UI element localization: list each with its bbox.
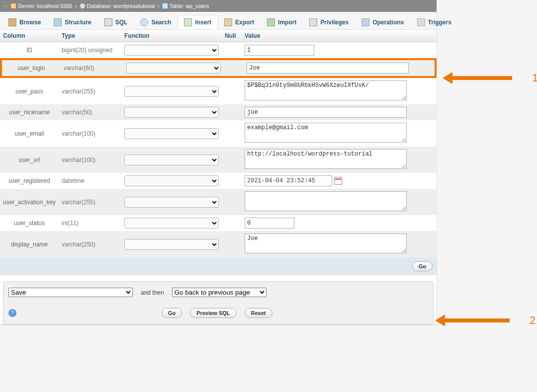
save-select[interactable]: Save: [8, 288, 133, 297]
hdr-function: Function: [121, 30, 222, 42]
back-arrow[interactable]: ←: [3, 3, 8, 9]
tab-privileges[interactable]: Privileges: [303, 15, 355, 29]
tab-sql[interactable]: SQL: [98, 15, 134, 29]
bottom-go-button[interactable]: Go: [162, 308, 182, 318]
column-name: user_registered: [0, 175, 59, 187]
tab-browse[interactable]: Browse: [2, 15, 47, 29]
function-select[interactable]: [124, 128, 219, 139]
value-cell: [244, 60, 435, 76]
help-icon[interactable]: ?: [8, 309, 16, 317]
database-link[interactable]: wordpresstutorial: [113, 3, 155, 9]
value-input[interactable]: [245, 45, 314, 56]
table-label: Table:: [170, 3, 184, 9]
value-textarea[interactable]: http://localhost/wordpress-tutorial: [245, 149, 407, 169]
column-name: ID: [0, 44, 59, 56]
null-cell: [222, 178, 242, 183]
column-name: display_name: [0, 238, 59, 250]
annotation-arrow-2: 2: [435, 314, 536, 327]
annotation-label-2: 2: [530, 314, 536, 327]
column-type: varchar(100): [59, 154, 121, 166]
tab-label: SQL: [115, 19, 128, 26]
column-name: user_email: [0, 128, 59, 140]
operations-icon: [361, 18, 369, 26]
go-button[interactable]: Go: [412, 261, 433, 271]
value-cell: [242, 42, 437, 58]
value-textarea[interactable]: $P$Bq31n0ty9m8bRbkHSvW6XzeuIXfUsK/: [245, 80, 407, 100]
annotation-label-1: 1: [532, 72, 537, 84]
calendar-icon[interactable]: [334, 177, 342, 185]
annotation-arrow-1: 1: [443, 72, 537, 84]
structure-icon: [54, 18, 62, 26]
row-user_email: user_emailvarchar(100)example@gmail.com: [0, 120, 437, 147]
value-textarea[interactable]: example@gmail.com: [245, 123, 407, 143]
tab-label: Export: [235, 19, 254, 26]
bottom-box: Save and then Go back to previous page ?…: [3, 281, 434, 324]
value-input[interactable]: [245, 107, 407, 118]
value-cell: [242, 215, 437, 231]
column-name: user_pass: [0, 85, 59, 97]
hdr-value: Value: [242, 30, 437, 42]
row-user_activation_key: user_activation_keyvarchar(255): [0, 189, 437, 215]
tab-label: Import: [278, 19, 296, 26]
value-cell: [242, 173, 437, 189]
sql-icon: [104, 18, 112, 26]
function-select[interactable]: [124, 45, 219, 56]
value-cell: example@gmail.com: [242, 120, 437, 147]
null-cell: [222, 157, 242, 162]
value-input[interactable]: [245, 175, 332, 186]
tab-label: Privileges: [320, 19, 349, 26]
value-cell: [242, 104, 437, 120]
tab-label: Search: [151, 19, 171, 26]
row-user_registered: user_registereddatetime: [0, 173, 437, 189]
table-icon: [162, 3, 168, 9]
column-type: datetime: [59, 175, 121, 187]
column-name: user_login: [2, 62, 61, 74]
go-row: Go: [0, 257, 437, 275]
function-select[interactable]: [124, 155, 219, 165]
tab-search[interactable]: Search: [134, 15, 178, 29]
export-icon: [224, 18, 232, 26]
null-cell: [222, 242, 242, 247]
table-link[interactable]: wp_users: [185, 3, 209, 9]
value-textarea[interactable]: Joe: [245, 234, 407, 253]
row-user_pass: user_passvarchar(255)$P$Bq31n0ty9m8bRbkH…: [0, 78, 437, 104]
tab-export[interactable]: Export: [218, 15, 261, 29]
tab-triggers[interactable]: Triggers: [411, 15, 458, 29]
reset-button[interactable]: Reset: [245, 308, 272, 318]
column-headers: Column Type Function Null Value: [0, 30, 437, 42]
insert-icon: [184, 18, 192, 26]
function-select[interactable]: [124, 197, 219, 208]
after-select[interactable]: Go back to previous page: [172, 288, 267, 297]
hdr-null: Null: [222, 30, 242, 42]
value-input[interactable]: [245, 218, 294, 229]
tab-structure[interactable]: Structure: [47, 15, 97, 29]
null-cell: [222, 221, 242, 226]
panel: ← Server: localhost:3306 » Database: wor…: [0, 0, 437, 324]
row-ID: IDbigint(20) unsigned: [0, 42, 437, 58]
column-name: user_status: [0, 217, 59, 229]
search-icon: [140, 18, 148, 26]
server-icon: [10, 3, 16, 9]
column-type: varchar(50): [59, 106, 121, 118]
column-name: user_activation_key: [0, 196, 59, 208]
tab-import[interactable]: Import: [261, 15, 303, 29]
tab-operations[interactable]: Operations: [355, 15, 410, 29]
column-type: bigint(20) unsigned: [59, 44, 121, 56]
triggers-icon: [417, 18, 425, 26]
tab-insert[interactable]: Insert: [178, 15, 218, 29]
server-link[interactable]: localhost:3306: [37, 3, 73, 9]
function-select[interactable]: [124, 218, 219, 229]
value-cell: $P$Bq31n0ty9m8bRbkHSvW6XzeuIXfUsK/: [242, 78, 437, 104]
hdr-type: Type: [59, 30, 121, 42]
function-select[interactable]: [124, 107, 219, 118]
value-input[interactable]: [247, 63, 409, 74]
value-textarea[interactable]: [245, 191, 407, 211]
tab-label: Operations: [372, 19, 404, 26]
function-select[interactable]: [124, 239, 219, 250]
null-cell: [222, 89, 242, 94]
null-cell: [224, 66, 244, 71]
function-select[interactable]: [124, 175, 219, 186]
function-select[interactable]: [124, 86, 219, 97]
function-select[interactable]: [126, 63, 221, 74]
preview-sql-button[interactable]: Preview SQL: [190, 308, 236, 318]
